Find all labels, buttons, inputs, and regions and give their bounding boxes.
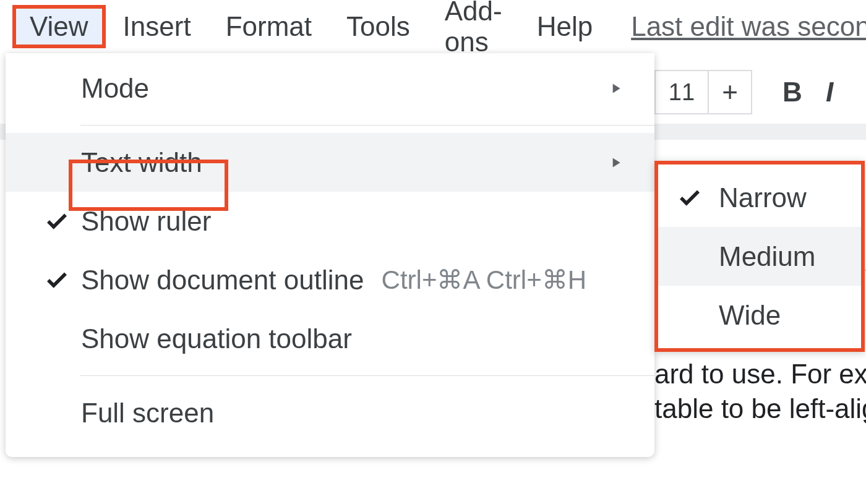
document-text-fragment: table to be left-alig — [654, 393, 866, 424]
submenu-arrow-icon — [607, 80, 630, 96]
menu-item-text-width[interactable]: Text width — [6, 133, 654, 192]
checkmark-icon — [44, 267, 81, 293]
italic-button[interactable]: I — [814, 70, 845, 114]
menu-item-show-ruler[interactable]: Show ruler — [6, 192, 654, 250]
menu-item-label: Show ruler — [81, 206, 211, 237]
submenu-arrow-icon — [607, 155, 630, 171]
menu-item-show-equation-toolbar[interactable]: Show equation toolbar — [6, 309, 654, 368]
menu-item-label: Show document outline — [81, 265, 364, 296]
text-width-submenu: Narrow Medium Wide — [654, 161, 865, 352]
checkmark-icon — [677, 185, 719, 211]
font-size-increase-button[interactable]: + — [708, 70, 752, 114]
menu-item-label: Full screen — [81, 398, 214, 429]
submenu-item-label: Medium — [719, 241, 816, 272]
menu-separator — [80, 375, 654, 376]
menu-item-label: Text width — [81, 147, 202, 178]
menu-help[interactable]: Help — [520, 5, 611, 48]
menu-item-full-screen[interactable]: Full screen — [6, 383, 654, 442]
menubar: View Insert Format Tools Add-ons Help La… — [0, 0, 866, 53]
submenu-item-narrow[interactable]: Narrow — [658, 168, 861, 227]
submenu-item-label: Narrow — [719, 182, 807, 213]
menu-item-mode[interactable]: Mode — [6, 59, 654, 117]
view-menu-dropdown: Mode Text width Show ruler Show document… — [6, 53, 654, 457]
menu-format[interactable]: Format — [208, 5, 329, 48]
submenu-item-wide[interactable]: Wide — [658, 286, 861, 344]
submenu-item-label: Wide — [719, 300, 781, 331]
bold-button[interactable]: B — [771, 70, 814, 114]
last-edit-link[interactable]: Last edit was seconds — [631, 11, 866, 42]
menu-insert[interactable]: Insert — [106, 5, 208, 48]
checkmark-icon — [44, 208, 81, 234]
menu-item-label: Show equation toolbar — [81, 323, 352, 354]
menu-tools[interactable]: Tools — [329, 5, 427, 48]
menu-item-show-document-outline[interactable]: Show document outline Ctrl+⌘A Ctrl+⌘H — [6, 250, 654, 309]
toolbar-fragment: 11 + B I — [654, 70, 845, 114]
menu-item-shortcut: Ctrl+⌘A Ctrl+⌘H — [382, 265, 586, 295]
menu-view[interactable]: View — [12, 5, 106, 48]
menu-item-label: Mode — [81, 73, 149, 104]
menu-separator — [80, 125, 654, 126]
font-size-input[interactable]: 11 — [654, 70, 708, 114]
submenu-item-medium[interactable]: Medium — [658, 227, 861, 286]
document-text-fragment: ard to use. For exa — [654, 359, 866, 390]
